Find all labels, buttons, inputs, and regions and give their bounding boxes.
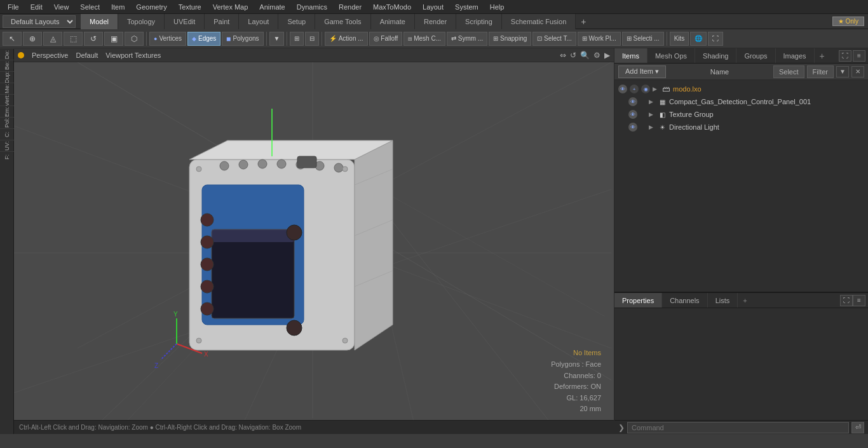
- sidebar-btn-c[interactable]: C:: [0, 128, 14, 140]
- menu-vertex-map[interactable]: Vertex Map: [208, 2, 254, 12]
- layout-tab-plus[interactable]: +: [576, 14, 591, 29]
- tree-item-mesh[interactable]: 👁 ▶ ▦ Compact_Gas_Detection_Control_Pane…: [614, 95, 868, 108]
- menu-layout[interactable]: Layout: [417, 2, 449, 12]
- tree-label-modo-lxo[interactable]: modo.lxo: [673, 85, 702, 93]
- camera-label[interactable]: Perspective: [32, 51, 68, 59]
- command-input[interactable]: [627, 422, 849, 433]
- toolbar-globe-btn[interactable]: 🌐: [690, 32, 707, 46]
- eye-icon-mesh[interactable]: 👁: [628, 97, 637, 106]
- props-tab-lists[interactable]: Lists: [708, 293, 738, 308]
- lock-icon-modo-lxo[interactable]: +: [630, 85, 639, 93]
- toolbar-action-btn[interactable]: ⚡ Action ...: [325, 32, 367, 46]
- toolbar-polygons-btn[interactable]: ◼ Polygons: [222, 32, 263, 46]
- toolbar-falloff-btn[interactable]: ◎ Falloff: [369, 32, 403, 46]
- add-item-button[interactable]: Add Item ▾: [618, 65, 666, 78]
- menu-dynamics[interactable]: Dynamics: [292, 2, 332, 12]
- eye-icon-modo-lxo[interactable]: 👁: [618, 85, 627, 93]
- tab-scripting[interactable]: Scripting: [456, 14, 502, 29]
- props-tab-plus[interactable]: +: [738, 293, 752, 308]
- filter-button[interactable]: Filter: [807, 65, 834, 78]
- toolbar-dropdown-btn[interactable]: ▼: [269, 32, 285, 46]
- tree-item-modo-lxo[interactable]: 👁 + ◉ ▶ 🗃 modo.lxo: [614, 83, 868, 95]
- vis-icon-modo-lxo[interactable]: ◉: [641, 85, 650, 93]
- default-layouts-dropdown[interactable]: Default Layouts: [3, 15, 76, 28]
- menu-help[interactable]: Help: [485, 2, 510, 12]
- toolbar-vertices-btn[interactable]: ● Vertices: [149, 32, 186, 46]
- zoom-icon[interactable]: 🔍: [580, 51, 590, 60]
- menu-maxtomodo[interactable]: MaxToModo: [368, 2, 416, 12]
- sidebar-btn-me[interactable]: Me:: [0, 83, 14, 94]
- toolbar-select-btn5[interactable]: ↺: [84, 32, 103, 46]
- sidebar-btn-pol[interactable]: Pol:: [0, 117, 14, 128]
- toolbar-select-btn1[interactable]: ↖: [3, 32, 22, 46]
- tree-item-light[interactable]: 👁 ▶ ☀ Directional Light: [614, 121, 868, 133]
- props-maximize-btn[interactable]: ⛶: [840, 295, 853, 306]
- toolbar-selecti-btn[interactable]: ⊞ Selecti ...: [622, 32, 664, 46]
- scene-area[interactable]: X Y Z No Items Polygons : Face Channels:…: [14, 62, 614, 434]
- items-tab-shading[interactable]: Shading: [695, 48, 736, 63]
- tab-animate[interactable]: Animate: [371, 14, 415, 29]
- props-tab-properties[interactable]: Properties: [614, 293, 662, 308]
- tab-uvedit[interactable]: UVEdit: [165, 14, 205, 29]
- toolbar-edges-btn[interactable]: ◆ Edges: [187, 32, 220, 46]
- menu-animate[interactable]: Animate: [254, 2, 290, 12]
- items-panel-settings[interactable]: ≡: [853, 50, 865, 62]
- toolbar-select-btn7[interactable]: ⬡: [125, 32, 144, 46]
- tab-render[interactable]: Render: [415, 14, 456, 29]
- toolbar-select-btn3[interactable]: ◬: [43, 32, 62, 46]
- menu-edit[interactable]: Edit: [25, 2, 48, 12]
- tree-item-texgroup[interactable]: 👁 ▶ ◧ Texture Group: [614, 108, 868, 121]
- tab-layout[interactable]: Layout: [239, 14, 278, 29]
- toolbar-select-btn4[interactable]: ⬚: [64, 32, 83, 46]
- menu-select[interactable]: Select: [75, 2, 105, 12]
- items-tab-images[interactable]: Images: [776, 48, 815, 63]
- items-tab-items[interactable]: Items: [614, 48, 648, 63]
- settings-icon[interactable]: ⚙: [593, 51, 600, 60]
- toolbar-select-btn2[interactable]: ⊕: [23, 32, 42, 46]
- toolbar-kits-btn[interactable]: Kits: [670, 32, 689, 46]
- toolbar-icon1[interactable]: ⊞: [290, 32, 304, 46]
- tab-game-tools[interactable]: Game Tools: [315, 14, 371, 29]
- tree-label-mesh[interactable]: Compact_Gas_Detection_Control_Panel_001: [669, 98, 811, 105]
- tree-label-light[interactable]: Directional Light: [669, 123, 719, 131]
- tree-label-texgroup[interactable]: Texture Group: [669, 111, 714, 118]
- tab-paint[interactable]: Paint: [205, 14, 239, 29]
- sidebar-btn-vert[interactable]: Vert:: [0, 94, 14, 105]
- select-button[interactable]: Select: [773, 65, 804, 78]
- items-close-btn[interactable]: ✕: [851, 66, 864, 78]
- items-panel-maximize[interactable]: ⛶: [839, 50, 851, 62]
- items-tab-groups[interactable]: Groups: [736, 48, 775, 63]
- sidebar-btn-dup[interactable]: Dup:: [0, 71, 14, 83]
- menu-view[interactable]: View: [49, 2, 74, 12]
- tab-schematic-fusion[interactable]: Schematic Fusion: [502, 14, 576, 29]
- eye-icon-light[interactable]: 👁: [628, 123, 637, 132]
- toolbar-symm-btn[interactable]: ⇄ Symm ...: [447, 32, 487, 46]
- shading-label[interactable]: Default: [76, 51, 98, 59]
- sidebar-btn-em[interactable]: Em:: [0, 105, 14, 117]
- menu-render[interactable]: Render: [334, 2, 367, 12]
- items-collapse-btn[interactable]: ▼: [836, 66, 849, 78]
- items-tab-mesh-ops[interactable]: Mesh Ops: [648, 48, 695, 63]
- star-only-button[interactable]: ★ Only: [832, 17, 864, 26]
- texture-label[interactable]: Viewport Textures: [105, 51, 161, 59]
- items-tab-plus[interactable]: +: [815, 48, 830, 63]
- tab-model[interactable]: Model: [81, 14, 118, 29]
- toolbar-work-pl-btn[interactable]: ⊞ Work Pl...: [578, 32, 621, 46]
- menu-system[interactable]: System: [450, 2, 484, 12]
- menu-item[interactable]: Item: [106, 2, 130, 12]
- tab-setup[interactable]: Setup: [278, 14, 315, 29]
- toolbar-select-btn6[interactable]: ▣: [104, 32, 123, 46]
- tab-topology[interactable]: Topology: [118, 14, 165, 29]
- toolbar-select-t-btn[interactable]: ⊡ Select T...: [532, 32, 576, 46]
- toolbar-fullscreen-btn[interactable]: ⛶: [708, 32, 723, 46]
- sidebar-btn-be[interactable]: Be:: [0, 60, 14, 71]
- props-settings-btn[interactable]: ≡: [853, 295, 865, 306]
- viewport[interactable]: Perspective Default Viewport Textures ⇔ …: [14, 48, 614, 434]
- toolbar-mesh-btn[interactable]: ⧆ Mesh C...: [403, 32, 445, 46]
- sidebar-btn-f[interactable]: F:: [0, 151, 14, 163]
- rotate-icon[interactable]: ↺: [570, 51, 576, 60]
- play-icon[interactable]: ▶: [604, 51, 610, 60]
- toolbar-icon2[interactable]: ⊟: [305, 32, 319, 46]
- menu-geometry[interactable]: Geometry: [131, 2, 172, 12]
- props-tab-channels[interactable]: Channels: [662, 293, 707, 308]
